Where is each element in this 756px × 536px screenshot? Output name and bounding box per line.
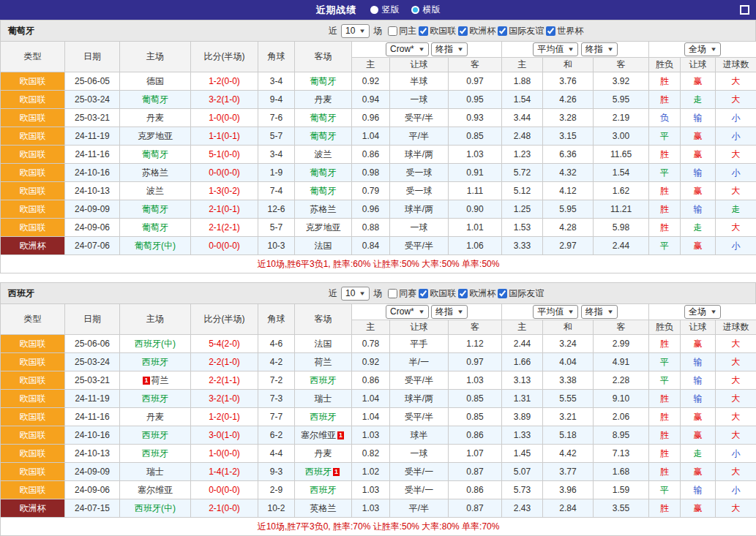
team-name: 丹麦 (315, 94, 332, 105)
league-cell: 欧洲杯 (1, 237, 65, 255)
bookmaker-mode-select[interactable]: 终指▼ (431, 305, 468, 319)
result-cell: 胜 (649, 146, 681, 164)
average-mode-value: 终指 (585, 306, 603, 317)
average-select[interactable]: 平均值▼ (533, 42, 578, 56)
home-odds-cell: 0.94 (352, 91, 390, 109)
col-handicap: 让球 (390, 320, 449, 335)
handicap-line-cell: 平/半 (390, 127, 449, 146)
team-name: 西班牙 (310, 485, 337, 495)
checkbox-input[interactable] (498, 289, 507, 298)
league-cell: 欧国联 (1, 353, 65, 371)
away-team-cell: 葡萄牙 (295, 109, 352, 127)
home-team-cell: 葡萄牙 (120, 146, 191, 164)
col-result: 胜负 (649, 58, 681, 72)
checkbox-input[interactable] (419, 26, 428, 36)
avg-home-cell: 3.89 (502, 408, 543, 426)
away-team-cell: 葡萄牙 (295, 127, 352, 146)
average-mode-select[interactable]: 终指▼ (581, 42, 618, 56)
checkbox-input[interactable] (388, 289, 397, 298)
filter-checkbox-欧国联[interactable]: 欧国联 (419, 25, 456, 37)
checkbox-input[interactable] (388, 26, 397, 36)
bookmaker-mode-select[interactable]: 终指▼ (431, 42, 468, 56)
scope-select[interactable]: 全场▼ (684, 305, 721, 319)
avg-away-cell: 2.99 (594, 335, 649, 353)
match-row: 欧洲杯24-07-06葡萄牙(中)0-0(0-0)10-3法国0.84受平/半1… (1, 237, 756, 255)
average-mode-select[interactable]: 终指▼ (581, 305, 618, 319)
avg-away-cell: 9.10 (594, 390, 649, 408)
avg-away-cell: 3.00 (594, 127, 649, 146)
result-cell: 胜 (649, 463, 681, 481)
checkbox-input[interactable] (419, 289, 428, 298)
away-odds-cell: 0.97 (449, 353, 502, 371)
home-odds-cell: 0.78 (352, 335, 390, 353)
recent-count-select[interactable]: 10▼ (341, 24, 370, 38)
average-select-value: 平均值 (537, 306, 564, 317)
goals-result-cell: 走 (716, 200, 756, 219)
handicap-result-cell: 走 (681, 445, 716, 463)
bookmaker-odds-header: Crow*▼ 终指▼ (352, 42, 502, 58)
date-cell: 24-09-09 (65, 200, 120, 219)
bookmaker-mode-value: 终指 (435, 306, 453, 317)
handicap-line-cell: 球半 (390, 426, 449, 445)
chevron-down-icon: ▼ (607, 44, 614, 55)
recent-count-value: 10 (345, 288, 355, 299)
team-name: 葡萄牙 (142, 204, 168, 214)
avg-draw-cell: 4.12 (543, 182, 594, 200)
radio-label: 横版 (423, 4, 441, 16)
filter-checkbox-国际友谊[interactable]: 国际友谊 (498, 25, 544, 37)
checkbox-input[interactable] (458, 289, 468, 298)
away-odds-cell: 0.86 (449, 481, 502, 499)
avg-away-cell: 7.13 (594, 445, 649, 463)
score-cell: 1-2(0-0) (191, 72, 258, 91)
away-odds-cell: 1.01 (449, 219, 502, 237)
result-cell: 胜 (649, 335, 681, 353)
team-name: 苏格兰 (310, 204, 337, 214)
handicap-result-cell: 赢 (681, 237, 716, 255)
filter-checkbox-欧国联[interactable]: 欧国联 (419, 287, 456, 300)
bookmaker-select[interactable]: Crow*▼ (386, 305, 429, 319)
filter-checkbox-欧洲杯[interactable]: 欧洲杯 (458, 287, 495, 300)
recent-count-select[interactable]: 10▼ (341, 287, 370, 301)
filter-checkbox-世界杯[interactable]: 世界杯 (546, 25, 583, 37)
col-away: 客场 (295, 42, 352, 72)
checkbox-input[interactable] (498, 26, 507, 36)
corners-cell: 2-9 (258, 481, 295, 499)
goals-result-cell: 大 (716, 335, 756, 353)
checkbox-input[interactable] (546, 26, 555, 36)
goals-result-cell: 大 (716, 408, 756, 426)
col-league: 类型 (1, 304, 65, 335)
filter-checkbox-国际友谊[interactable]: 国际友谊 (498, 287, 544, 300)
result-cell: 平 (649, 371, 681, 390)
handicap-result-cell: 赢 (681, 72, 716, 91)
avg-draw-cell: 3.15 (543, 127, 594, 146)
team-name: 塞尔维亚 (138, 485, 173, 495)
date-cell: 24-09-06 (65, 481, 120, 499)
layout-radio-竖版[interactable]: 竖版 (370, 4, 400, 16)
window-icon[interactable] (740, 5, 749, 15)
corners-cell: 10-2 (258, 499, 295, 518)
bookmaker-select[interactable]: Crow*▼ (386, 42, 429, 56)
handicap-result-cell: 赢 (681, 127, 716, 146)
score-cell: 0-0(0-0) (191, 164, 258, 182)
avg-draw-cell: 2.97 (543, 237, 594, 255)
corners-cell: 5-7 (258, 219, 295, 237)
scope-select[interactable]: 全场▼ (684, 42, 721, 56)
layout-radio-横版[interactable]: 横版 (411, 4, 441, 16)
filter-checkbox-欧洲杯[interactable]: 欧洲杯 (458, 25, 495, 37)
away-team-cell: 西班牙 (295, 371, 352, 390)
filter-checkbox-同主[interactable]: 同主 (388, 25, 416, 37)
avg-away-cell: 3.92 (594, 72, 649, 91)
avg-away-cell: 2.06 (594, 408, 649, 426)
filter-checkbox-同赛[interactable]: 同赛 (388, 287, 416, 300)
home-odds-cell: 0.86 (352, 371, 390, 390)
red-card-badge: 1 (337, 431, 344, 439)
home-team-cell: 苏格兰 (120, 164, 191, 182)
team-name: 西班牙 (142, 448, 168, 458)
checkbox-label: 同赛 (399, 287, 416, 300)
checkbox-input[interactable] (458, 26, 468, 36)
match-row: 欧国联24-09-06葡萄牙2-1(2-1)5-7克罗地亚0.88一球1.011… (1, 219, 756, 237)
score-cell: 0-0(0-0) (191, 481, 258, 499)
goals-result-cell: 大 (716, 463, 756, 481)
team-name: 葡萄牙 (142, 222, 168, 233)
average-select[interactable]: 平均值▼ (533, 305, 578, 319)
